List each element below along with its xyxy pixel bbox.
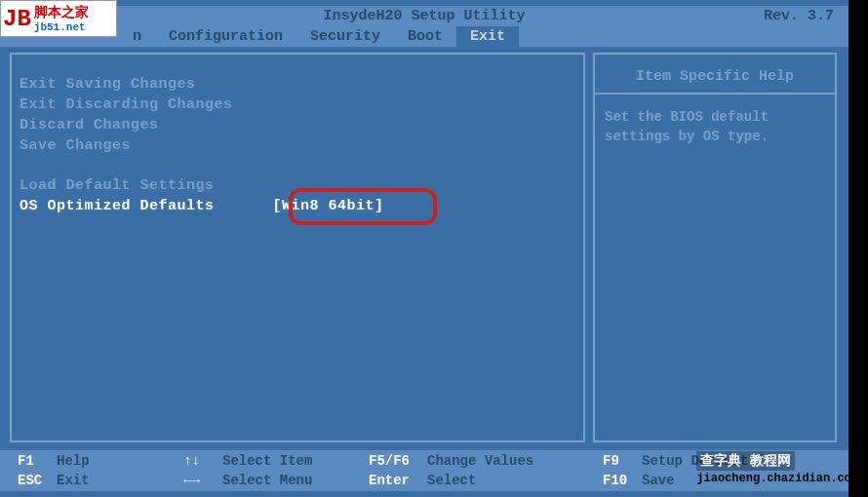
help-title: Item Specific Help (595, 55, 835, 95)
help-text: Set the BIOS default settings by OS type… (595, 95, 835, 160)
key-f9: F9 (603, 453, 642, 469)
option-value[interactable]: [Win8 64bit] (273, 198, 384, 214)
logo-cn-text: 脚本之家 (34, 4, 89, 21)
watermark-bottom: 查字典 教程网 jiaocheng.chazidian.com (696, 452, 858, 485)
bios-revision: Rev. 3.7 (764, 8, 834, 24)
logo-url: jb51.net (34, 21, 89, 33)
watermark-bottom-en: jiaocheng.chazidian.com (696, 472, 858, 485)
action-help: Help (57, 453, 125, 469)
help-panel: Item Specific Help Set the BIOS default … (593, 53, 837, 442)
option-save-changes[interactable]: Save Changes (20, 135, 575, 156)
key-f1: F1 (18, 453, 57, 469)
action-change-values: Change Values (427, 453, 533, 469)
bios-screen: JB 脚本之家 jb51.net InsydeH20 Setup Utility… (0, 0, 848, 497)
option-exit-saving[interactable]: Exit Saving Changes (20, 74, 575, 95)
action-select-item: Select Item (222, 453, 312, 469)
option-exit-discarding[interactable]: Exit Discarding Changes (20, 95, 575, 115)
tab-security[interactable]: Security (296, 28, 394, 45)
key-updown: ↑↓ (183, 453, 222, 469)
key-leftright: ←→ (183, 473, 222, 488)
bios-title: InsydeH20 Setup Utility (323, 8, 525, 24)
watermark-bottom-cn: 查字典 教程网 (696, 451, 794, 471)
logo-initials: JB (3, 6, 31, 32)
tab-configuration[interactable]: Configuration (155, 28, 296, 45)
menu-tabs: n Configuration Security Boot Exit (0, 25, 848, 47)
action-exit: Exit (57, 473, 125, 488)
action-select: Select (427, 473, 495, 488)
watermark-logo: JB 脚本之家 jb51.net (0, 0, 117, 37)
tab-boot[interactable]: Boot (394, 28, 456, 45)
key-f5f6: F5/F6 (369, 453, 427, 469)
option-label: OS Optimized Defaults (20, 198, 215, 214)
option-os-optimized-defaults[interactable]: OS Optimized Defaults [Win8 64bit] (20, 196, 575, 216)
key-esc: ESC (18, 473, 57, 488)
tab-exit[interactable]: Exit (456, 26, 519, 47)
option-discard-changes[interactable]: Discard Changes (20, 115, 575, 135)
key-enter: Enter (369, 473, 427, 488)
main-panel: Exit Saving Changes Exit Discarding Chan… (10, 53, 585, 442)
key-f10: F10 (603, 473, 642, 488)
tab-information[interactable]: n (119, 28, 155, 45)
action-select-menu: Select Menu (222, 473, 312, 488)
option-load-defaults[interactable]: Load Default Settings (20, 175, 575, 196)
header-bar: InsydeH20 Setup Utility Rev. 3.7 (0, 6, 848, 25)
